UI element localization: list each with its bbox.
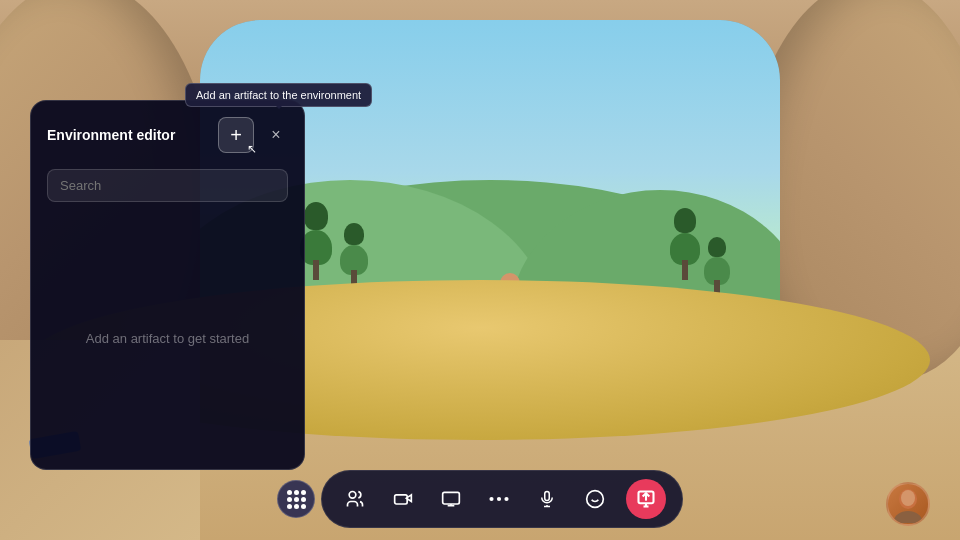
avatar-portrait (891, 485, 925, 523)
svg-point-9 (587, 491, 604, 508)
panel-actions: + ↖ × (218, 117, 288, 153)
mic-button[interactable] (530, 482, 564, 516)
toolbar-pill (321, 470, 683, 528)
people-button[interactable] (338, 482, 372, 516)
svg-point-3 (489, 497, 493, 501)
svg-point-16 (894, 511, 922, 523)
bottom-toolbar (277, 470, 683, 528)
svg-rect-2 (443, 492, 460, 504)
close-panel-button[interactable]: × (264, 123, 288, 147)
tree-left2 (340, 223, 368, 285)
panel-header: Environment editor + ↖ × (47, 117, 288, 153)
more-button[interactable] (482, 482, 516, 516)
camera-button[interactable] (386, 482, 420, 516)
share-icon (636, 489, 656, 509)
grid-icon (287, 490, 306, 509)
tooltip: Add an artifact to the environment (185, 83, 372, 107)
share-active-button[interactable] (626, 479, 666, 519)
screen-icon (441, 489, 461, 509)
mic-icon (538, 489, 556, 509)
panel-title: Environment editor (47, 127, 175, 143)
tree-right2 (704, 237, 730, 295)
more-icon (489, 496, 509, 502)
cursor-icon: ↖ (247, 142, 257, 156)
people-icon (345, 489, 365, 509)
tree-right (670, 208, 700, 280)
svg-rect-1 (395, 495, 408, 504)
svg-point-15 (901, 490, 915, 506)
emoji-icon (585, 489, 605, 509)
apps-button[interactable] (277, 480, 315, 518)
screen-share-button[interactable] (434, 482, 468, 516)
camera-icon (393, 489, 413, 509)
emoji-button[interactable] (578, 482, 612, 516)
add-artifact-button[interactable]: + ↖ (218, 117, 254, 153)
svg-point-0 (349, 492, 356, 499)
svg-point-4 (497, 497, 501, 501)
search-input[interactable] (47, 169, 288, 202)
avatar-corner-button[interactable] (886, 482, 930, 526)
environment-editor-panel: Environment editor + ↖ × Add an artifact… (30, 100, 305, 470)
svg-point-5 (504, 497, 508, 501)
svg-rect-6 (545, 492, 550, 501)
panel-empty-state: Add an artifact to get started (47, 218, 288, 458)
